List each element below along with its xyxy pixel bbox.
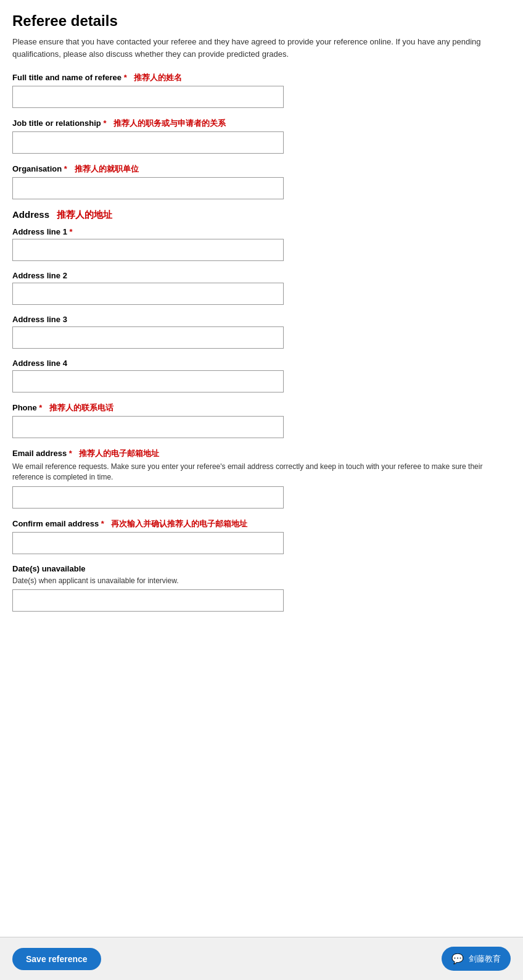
address1-label-text: Address line 1 <box>12 227 67 236</box>
confirm-email-required: * <box>101 519 104 528</box>
organisation-label: Organisation * 推荐人的就职单位 <box>12 164 511 175</box>
organisation-chinese: 推荐人的就职单位 <box>75 164 139 173</box>
address2-label: Address line 2 <box>12 271 511 280</box>
job-title-chinese: 推荐人的职务或与申请者的关系 <box>113 118 226 128</box>
address1-required: * <box>70 227 73 236</box>
organisation-input[interactable] <box>12 177 284 199</box>
footer-bar: Save reference 💬 剑藤教育 <box>0 937 523 980</box>
organisation-required: * <box>64 164 67 173</box>
address3-label: Address line 3 <box>12 315 511 324</box>
address3-label-text: Address line 3 <box>12 315 67 324</box>
job-title-input[interactable] <box>12 131 284 154</box>
confirm-email-chinese: 再次输入并确认推荐人的电子邮箱地址 <box>111 519 247 528</box>
full-title-required: * <box>124 73 127 82</box>
wechat-icon: 💬 <box>451 953 464 965</box>
confirm-email-label: Confirm email address * 再次输入并确认推荐人的电子邮箱地… <box>12 518 511 529</box>
phone-label: Phone * 推荐人的联系电话 <box>12 402 511 413</box>
organisation-field-group: Organisation * 推荐人的就职单位 <box>12 164 511 199</box>
address3-field-group: Address line 3 <box>12 315 511 349</box>
address4-label: Address line 4 <box>12 359 511 368</box>
phone-field-group: Phone * 推荐人的联系电话 <box>12 402 511 438</box>
phone-label-text: Phone <box>12 403 37 412</box>
email-field-group: Email address * 推荐人的电子邮箱地址 We email refe… <box>12 448 511 509</box>
address-heading-chinese: 推荐人的地址 <box>57 209 112 220</box>
organisation-label-text: Organisation <box>12 164 62 173</box>
dates-unavailable-input[interactable] <box>12 589 284 612</box>
address1-input[interactable] <box>12 239 284 261</box>
full-title-label: Full title and name of referee * 推荐人的姓名 <box>12 72 511 83</box>
email-helper-text: We email reference requests. Make sure y… <box>12 462 506 483</box>
email-label-text: Email address <box>12 449 67 458</box>
wechat-badge[interactable]: 💬 剑藤教育 <box>442 947 511 971</box>
address-heading-text: Address <box>12 209 49 220</box>
email-input[interactable] <box>12 486 284 509</box>
email-label: Email address * 推荐人的电子邮箱地址 <box>12 448 511 459</box>
address1-label: Address line 1 * <box>12 227 511 236</box>
address2-label-text: Address line 2 <box>12 271 67 280</box>
job-title-label-text: Job title or relationship <box>12 118 101 128</box>
phone-input[interactable] <box>12 416 284 438</box>
address2-input[interactable] <box>12 283 284 305</box>
phone-chinese: 推荐人的联系电话 <box>49 403 113 412</box>
page-description: Please ensure that you have contacted yo… <box>12 36 511 60</box>
address-section: Address 推荐人的地址 Address line 1 * Address … <box>12 209 511 392</box>
save-reference-button[interactable]: Save reference <box>12 948 101 970</box>
wechat-label: 剑藤教育 <box>469 953 501 965</box>
job-title-label: Job title or relationship * 推荐人的职务或与申请者的… <box>12 118 511 129</box>
full-title-field-group: Full title and name of referee * 推荐人的姓名 <box>12 72 511 108</box>
dates-unavailable-helper-text: Date(s) when applicant is unavailable fo… <box>12 576 506 586</box>
phone-required: * <box>39 403 42 412</box>
address-heading: Address 推荐人的地址 <box>12 209 511 221</box>
address4-input[interactable] <box>12 370 284 392</box>
dates-unavailable-label-text: Date(s) unavailable <box>12 564 86 573</box>
full-title-chinese: 推荐人的姓名 <box>134 73 182 82</box>
confirm-email-input[interactable] <box>12 532 284 554</box>
email-chinese: 推荐人的电子邮箱地址 <box>79 449 159 458</box>
dates-unavailable-field-group: Date(s) unavailable Date(s) when applica… <box>12 564 511 612</box>
confirm-email-field-group: Confirm email address * 再次输入并确认推荐人的电子邮箱地… <box>12 518 511 554</box>
address1-field-group: Address line 1 * <box>12 227 511 261</box>
email-required: * <box>69 449 72 458</box>
full-title-input[interactable] <box>12 86 284 108</box>
job-title-required: * <box>103 118 106 128</box>
confirm-email-label-text: Confirm email address <box>12 519 99 528</box>
full-title-label-text: Full title and name of referee <box>12 73 121 82</box>
address4-label-text: Address line 4 <box>12 359 67 368</box>
job-title-field-group: Job title or relationship * 推荐人的职务或与申请者的… <box>12 118 511 154</box>
page-title: Referee details <box>12 12 511 30</box>
dates-unavailable-label: Date(s) unavailable <box>12 564 511 573</box>
address2-field-group: Address line 2 <box>12 271 511 305</box>
address3-input[interactable] <box>12 326 284 349</box>
address4-field-group: Address line 4 <box>12 359 511 392</box>
